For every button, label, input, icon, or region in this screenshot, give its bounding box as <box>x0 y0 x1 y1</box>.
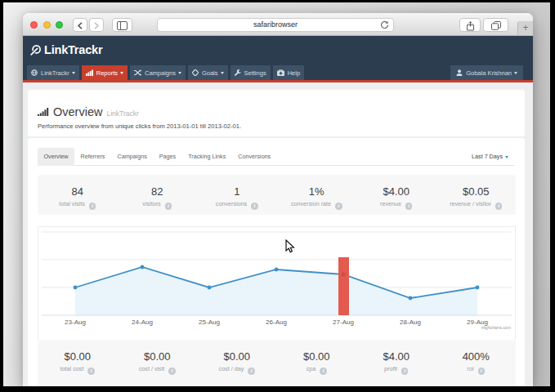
svg-text:24-Aug: 24-Aug <box>132 318 153 326</box>
svg-text:Highcharts.com: Highcharts.com <box>481 325 511 330</box>
svg-text:26-Aug: 26-Aug <box>266 318 287 326</box>
svg-text:28-Aug: 28-Aug <box>400 318 421 326</box>
svg-text:23-Aug: 23-Aug <box>65 318 86 326</box>
svg-text:27-Aug: 27-Aug <box>333 318 354 326</box>
svg-text:25-Aug: 25-Aug <box>199 318 220 326</box>
